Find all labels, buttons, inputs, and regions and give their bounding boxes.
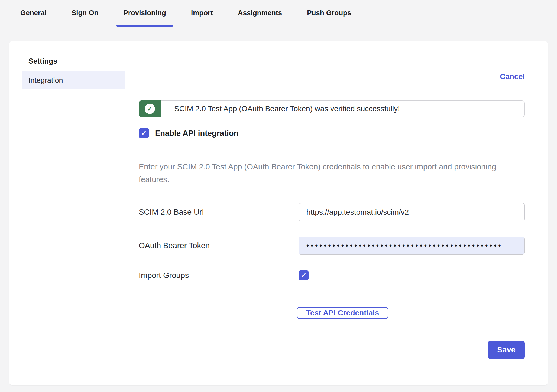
provisioning-card: Settings Integration Cancel SCIM 2.0 Tes… [9,41,548,385]
tab-provisioning[interactable]: Provisioning [116,0,173,26]
tab-import[interactable]: Import [184,0,220,26]
tab-sign-on[interactable]: Sign On [64,0,106,26]
base-url-field-col [299,203,525,221]
test-api-credentials-button[interactable]: Test API Credentials [297,307,388,319]
form-row-bearer-token: OAuth Bearer Token [139,237,525,255]
base-url-label: SCIM 2.0 Base Url [139,208,299,217]
cancel-row: Cancel [139,72,525,82]
import-groups-field-col [299,270,525,280]
bearer-token-label: OAuth Bearer Token [139,241,299,250]
import-groups-label: Import Groups [139,271,299,280]
sidebar-inner: Settings Integration [22,57,125,89]
form-row-base-url: SCIM 2.0 Base Url [139,203,525,221]
sidebar-item-integration[interactable]: Integration [22,71,125,89]
tab-assignments[interactable]: Assignments [231,0,289,26]
success-banner-text: SCIM 2.0 Test App (OAuth Bearer Token) w… [174,104,400,113]
form-row-import-groups: Import Groups [139,270,525,280]
enable-api-checkbox[interactable] [139,128,149,138]
save-row: Save [139,341,525,359]
success-banner-message: SCIM 2.0 Test App (OAuth Bearer Token) w… [161,100,525,117]
import-groups-checkbox[interactable] [299,270,309,280]
base-url-input[interactable] [299,203,525,221]
cancel-link[interactable]: Cancel [500,72,525,81]
bearer-token-input[interactable] [299,237,525,255]
credentials-description: Enter your SCIM 2.0 Test App (OAuth Bear… [139,161,510,186]
tab-push-groups[interactable]: Push Groups [300,0,358,26]
success-banner-icon-box [139,100,161,117]
credentials-form: SCIM 2.0 Base Url OAuth Bearer Token Imp… [139,203,525,296]
check-circle-icon [145,104,155,114]
sidebar-item-label: Integration [28,76,63,85]
settings-sidebar: Settings Integration [9,41,126,385]
app-tab-bar: General Sign On Provisioning Import Assi… [7,0,550,26]
sidebar-heading: Settings [22,57,125,71]
enable-api-row: Enable API integration [139,128,525,138]
save-button[interactable]: Save [488,341,525,359]
integration-panel: Cancel SCIM 2.0 Test App (OAuth Bearer T… [126,41,548,385]
bearer-token-field-col [299,237,525,255]
success-banner: SCIM 2.0 Test App (OAuth Bearer Token) w… [139,100,525,117]
enable-api-label: Enable API integration [155,129,238,138]
tab-general[interactable]: General [13,0,54,26]
